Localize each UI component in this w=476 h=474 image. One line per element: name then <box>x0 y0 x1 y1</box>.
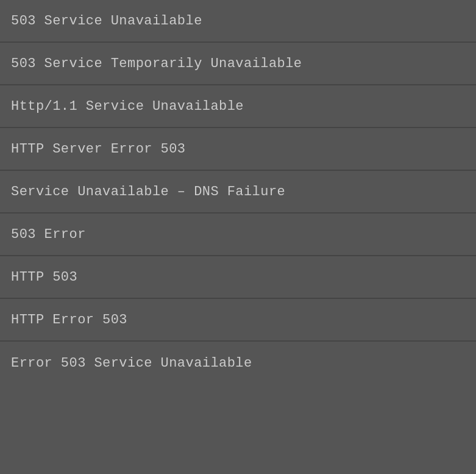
list-item[interactable]: HTTP Error 503 <box>0 299 476 342</box>
error-list: 503 Service Unavailable503 Service Tempo… <box>0 0 476 384</box>
list-item-label: Http/1.1 Service Unavailable <box>11 99 244 114</box>
list-item[interactable]: HTTP Server Error 503 <box>0 128 476 171</box>
list-item-label: HTTP Error 503 <box>11 312 127 328</box>
list-item-label: 503 Service Unavailable <box>11 13 202 29</box>
list-item[interactable]: Service Unavailable – DNS Failure <box>0 171 476 214</box>
list-item[interactable]: Http/1.1 Service Unavailable <box>0 85 476 128</box>
list-item-label: Error 503 Service Unavailable <box>11 356 252 371</box>
list-item-label: HTTP Server Error 503 <box>11 142 186 157</box>
list-item-label: Service Unavailable – DNS Failure <box>11 184 285 199</box>
list-item-label: 503 Error <box>11 227 86 242</box>
list-item[interactable]: 503 Service Unavailable <box>0 0 476 43</box>
list-item-label: HTTP 503 <box>11 270 77 285</box>
list-item[interactable]: 503 Service Temporarily Unavailable <box>0 43 476 85</box>
list-item[interactable]: HTTP 503 <box>0 256 476 299</box>
list-item[interactable]: Error 503 Service Unavailable <box>0 342 476 384</box>
list-item[interactable]: 503 Error <box>0 214 476 256</box>
list-item-label: 503 Service Temporarily Unavailable <box>11 56 302 71</box>
